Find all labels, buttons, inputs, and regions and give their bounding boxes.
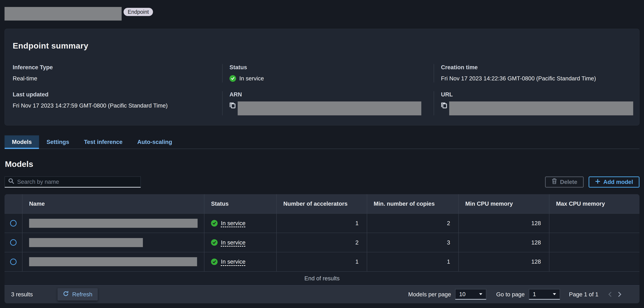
status-success-icon — [211, 220, 218, 227]
table-footer: 3 results Refresh Models per page 10 Go … — [4, 285, 640, 303]
column-header-max-cpu: Max CPU memory — [549, 194, 640, 213]
add-model-button[interactable]: Add model — [588, 176, 640, 188]
trash-icon — [552, 178, 557, 186]
row-radio[interactable] — [10, 220, 17, 227]
model-name-redacted — [29, 257, 197, 266]
row-radio[interactable] — [10, 259, 17, 265]
end-of-results: End of results — [4, 271, 640, 285]
tab-bar: Models Settings Test inference Auto-scal… — [4, 135, 640, 149]
results-count: 3 results — [11, 291, 33, 298]
models-toolbar: Delete Add model — [4, 176, 640, 188]
copy-icon[interactable] — [230, 102, 236, 111]
field-arn: ARN — [222, 91, 434, 115]
goto-page-label: Go to page — [496, 291, 525, 298]
endpoint-summary-card: Endpoint summary Inference Type Real-tim… — [4, 29, 640, 126]
column-header-min-cpu: Min CPU memory — [458, 194, 549, 213]
refresh-button[interactable]: Refresh — [58, 288, 98, 301]
field-last-updated: Last updated Fri Nov 17 2023 14:27:59 GM… — [13, 91, 222, 115]
models-table: Name Status Number of accelerators Min. … — [4, 194, 640, 303]
table-header: Name Status Number of accelerators Min. … — [4, 194, 640, 213]
endpoint-badge: Endpoint — [124, 8, 153, 16]
row-status-link[interactable]: In service — [221, 239, 246, 246]
chevron-down-icon — [479, 293, 482, 295]
header-radio-column — [4, 194, 22, 213]
column-header-min-copies: Min. number of copies — [367, 194, 458, 213]
per-page-label: Models per page — [408, 291, 451, 298]
model-name-redacted — [29, 219, 198, 228]
tab-auto-scaling[interactable]: Auto-scaling — [130, 135, 180, 149]
endpoint-summary-title: Endpoint summary — [13, 41, 632, 50]
per-page-select[interactable]: 10 — [455, 289, 486, 300]
status-text: In service — [239, 74, 264, 82]
table-row: In service 2 3 128 — [4, 233, 640, 252]
column-header-name: Name — [22, 194, 204, 213]
column-header-status: Status — [204, 194, 276, 213]
table-row: In service 1 2 128 — [4, 213, 640, 233]
summary-grid: Inference Type Real-time Status In servi… — [13, 64, 632, 115]
next-page-button[interactable] — [615, 290, 625, 300]
arn-redacted — [238, 101, 421, 115]
row-status-link[interactable]: In service — [221, 220, 246, 227]
pagination: Models per page 10 Go to page 1 Page 1 o… — [408, 289, 625, 300]
field-status: Status In service — [222, 64, 434, 82]
copy-icon[interactable] — [441, 102, 447, 111]
model-name-redacted — [29, 238, 143, 247]
row-status-link[interactable]: In service — [221, 258, 246, 265]
models-section-title: Models — [5, 159, 644, 169]
plus-icon — [595, 179, 600, 185]
status-success-icon — [211, 259, 218, 265]
search-input[interactable] — [17, 178, 137, 185]
column-header-accelerators: Number of accelerators — [276, 194, 367, 213]
status-success-icon — [230, 75, 236, 82]
delete-button[interactable]: Delete — [545, 176, 584, 188]
goto-page-select[interactable]: 1 — [529, 289, 560, 300]
page-header: Endpoint — [0, 0, 644, 29]
page-info: Page 1 of 1 — [569, 291, 598, 298]
tab-models[interactable]: Models — [4, 135, 39, 149]
field-inference-type: Inference Type Real-time — [13, 64, 222, 82]
field-url: URL — [434, 91, 633, 115]
search-box[interactable] — [4, 176, 141, 188]
tab-settings[interactable]: Settings — [39, 135, 76, 149]
search-icon — [8, 178, 14, 186]
previous-page-button[interactable] — [605, 290, 615, 300]
url-redacted — [449, 101, 633, 115]
refresh-icon — [63, 291, 69, 298]
row-radio[interactable] — [10, 239, 17, 246]
endpoint-name-redacted — [4, 7, 122, 20]
field-creation-time: Creation time Fri Nov 17 2023 14:22:36 G… — [434, 64, 633, 82]
chevron-down-icon — [553, 293, 556, 295]
status-success-icon — [211, 239, 218, 246]
tab-test-inference[interactable]: Test inference — [76, 135, 130, 149]
table-row: In service 1 1 128 — [4, 252, 640, 271]
page: Endpoint Endpoint summary Inference Type… — [0, 0, 644, 308]
